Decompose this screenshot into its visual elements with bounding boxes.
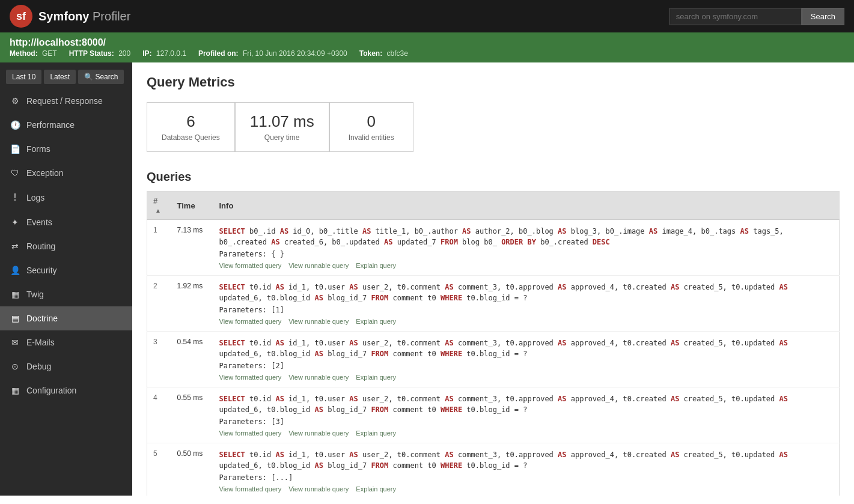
logs-icon: !	[10, 192, 20, 203]
query-link[interactable]: View runnable query	[288, 374, 349, 381]
query-params: Parameters: [3]	[219, 417, 834, 426]
symfony-logo: sf	[10, 5, 32, 28]
latest-button[interactable]: Latest	[44, 70, 76, 84]
sidebar-item-twig[interactable]: ▦ Twig	[0, 282, 132, 306]
sidebar: Last 10 Latest 🔍 Search ⚙ Request / Resp…	[0, 62, 132, 496]
col-header-info: Info	[213, 192, 840, 220]
sidebar-item-label: Configuration	[26, 386, 76, 395]
query-info: SELECT t0.id AS id_1, t0.user AS user_2,…	[213, 443, 840, 496]
query-links: View formatted queryView runnable queryE…	[219, 318, 834, 325]
query-sql: SELECT b0_.id AS id_0, b0_.title AS titl…	[219, 226, 834, 247]
query-links: View formatted queryView runnable queryE…	[219, 485, 834, 493]
queries-tbody: 17.13 msSELECT b0_.id AS id_0, b0_.title…	[147, 220, 840, 496]
sidebar-item-events[interactable]: ✦ Events	[0, 210, 132, 234]
sidebar-item-label: Twig	[26, 290, 44, 299]
app-title: Symfony Profiler	[38, 10, 130, 23]
metrics-row: 6 Database Queries 11.07 ms Query time 0…	[147, 102, 840, 152]
search-input[interactable]	[669, 8, 802, 25]
events-icon: ✦	[10, 217, 20, 227]
security-icon: 👤	[10, 266, 20, 275]
sidebar-item-forms[interactable]: 📄 Forms	[0, 137, 132, 161]
query-time: 7.13 ms	[171, 220, 213, 276]
twig-icon: ▦	[10, 290, 20, 299]
sidebar-item-label: Request / Response	[26, 96, 103, 106]
sidebar-item-performance[interactable]: 🕐 Performance	[0, 113, 132, 137]
query-link[interactable]: Explain query	[356, 485, 396, 493]
search-area: Search	[669, 8, 844, 25]
info-bar: http://localhost:8000/ Method: GET HTTP …	[0, 32, 854, 62]
table-row: 21.92 msSELECT t0.id AS id_1, t0.user AS…	[147, 276, 840, 332]
query-link[interactable]: View formatted query	[219, 430, 282, 437]
query-link[interactable]: View runnable query	[288, 485, 349, 493]
col-header-num: # ▲	[147, 192, 171, 220]
metric-value-invalid: 0	[344, 112, 398, 131]
query-sql: SELECT t0.id AS id_1, t0.user AS user_2,…	[219, 449, 834, 471]
query-links: View formatted queryView runnable queryE…	[219, 262, 834, 269]
query-num: 2	[147, 276, 171, 332]
sidebar-item-doctrine[interactable]: ▤ Doctrine	[0, 306, 132, 330]
query-link[interactable]: Explain query	[356, 430, 396, 437]
query-link[interactable]: View formatted query	[219, 485, 282, 493]
query-info: SELECT t0.id AS id_1, t0.user AS user_2,…	[213, 276, 840, 332]
logo-area: sf Symfony Profiler	[10, 5, 130, 28]
sidebar-item-exception[interactable]: 🛡 Exception	[0, 161, 132, 185]
query-info: SELECT t0.id AS id_1, t0.user AS user_2,…	[213, 387, 840, 443]
sidebar-item-label: Security	[26, 266, 57, 275]
request-response-icon: ⚙	[10, 96, 20, 106]
emails-icon: ✉	[10, 338, 20, 347]
query-sql: SELECT t0.id AS id_1, t0.user AS user_2,…	[219, 393, 834, 415]
metric-label-db: Database Queries	[162, 133, 220, 142]
query-link[interactable]: View runnable query	[288, 262, 349, 269]
query-num: 4	[147, 387, 171, 443]
queries-heading: Queries	[147, 170, 840, 184]
table-row: 30.54 msSELECT t0.id AS id_1, t0.user AS…	[147, 332, 840, 387]
sidebar-item-label: Forms	[26, 144, 50, 154]
query-link[interactable]: Explain query	[356, 318, 396, 325]
query-info: SELECT b0_.id AS id_0, b0_.title AS titl…	[213, 220, 840, 276]
query-links: View formatted queryView runnable queryE…	[219, 374, 834, 381]
forms-icon: 📄	[10, 144, 20, 154]
debug-icon: ⊙	[10, 362, 20, 371]
sidebar-item-configuration[interactable]: ▦ Configuration	[0, 378, 132, 402]
sidebar-item-request-response[interactable]: ⚙ Request / Response	[0, 89, 132, 113]
query-link[interactable]: View runnable query	[288, 318, 349, 325]
query-sql: SELECT t0.id AS id_1, t0.user AS user_2,…	[219, 282, 834, 303]
query-link[interactable]: View formatted query	[219, 374, 282, 381]
layout: Last 10 Latest 🔍 Search ⚙ Request / Resp…	[0, 62, 854, 496]
query-link[interactable]: Explain query	[356, 262, 396, 269]
sidebar-item-logs[interactable]: ! Logs	[0, 185, 132, 210]
query-time: 0.55 ms	[171, 387, 213, 443]
metric-db-queries: 6 Database Queries	[147, 102, 235, 152]
sidebar-item-label: E-Mails	[26, 338, 55, 347]
sort-arrow-icon: ▲	[155, 207, 161, 214]
sidebar-item-routing[interactable]: ⇄ Routing	[0, 234, 132, 258]
method-meta: Method: GET	[10, 49, 57, 58]
query-link[interactable]: View formatted query	[219, 318, 282, 325]
query-time: 1.92 ms	[171, 276, 213, 332]
query-info: SELECT t0.id AS id_1, t0.user AS user_2,…	[213, 332, 840, 387]
sidebar-item-debug[interactable]: ⊙ Debug	[0, 354, 132, 378]
configuration-icon: ▦	[10, 386, 20, 395]
exception-icon: 🛡	[10, 168, 20, 178]
http-status-meta: HTTP Status: 200	[69, 49, 131, 58]
query-params: Parameters: [2]	[219, 362, 834, 370]
sidebar-item-label: Events	[26, 217, 52, 227]
query-link[interactable]: View runnable query	[288, 430, 349, 437]
sidebar-item-label: Doctrine	[26, 314, 58, 323]
sidebar-item-label: Routing	[26, 241, 55, 251]
query-params: Parameters: [...]	[219, 473, 834, 482]
query-link[interactable]: View formatted query	[219, 262, 282, 269]
search-button[interactable]: Search	[802, 8, 844, 25]
search-nav-button[interactable]: 🔍 Search	[78, 70, 124, 84]
query-params: Parameters: [1]	[219, 306, 834, 314]
query-time: 0.54 ms	[171, 332, 213, 387]
main-content: Query Metrics 6 Database Queries 11.07 m…	[132, 62, 854, 496]
last-10-button[interactable]: Last 10	[6, 70, 41, 84]
top-bar: sf Symfony Profiler Search	[0, 0, 854, 32]
sidebar-item-security[interactable]: 👤 Security	[0, 258, 132, 282]
sidebar-item-emails[interactable]: ✉ E-Mails	[0, 330, 132, 354]
sidebar-item-label: Performance	[26, 120, 75, 130]
query-num: 3	[147, 332, 171, 387]
page-title: Query Metrics	[147, 74, 840, 90]
query-link[interactable]: Explain query	[356, 374, 396, 381]
